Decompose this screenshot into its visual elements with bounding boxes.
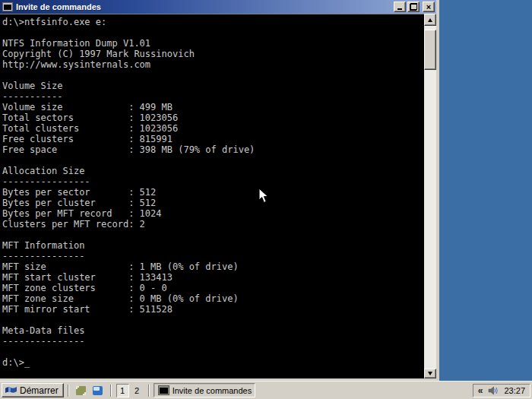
display-icon[interactable]	[92, 385, 104, 396]
taskbar-separator	[110, 385, 112, 397]
taskbar-separator	[148, 385, 150, 397]
console-body: d:\>ntfsinfo.exe e: NTFS Information Dum…	[0, 14, 436, 378]
task-button-label: Invite de commandes	[173, 386, 252, 395]
window-controls: ×	[394, 2, 435, 12]
console-window-icon	[2, 2, 13, 11]
restore-icon	[410, 4, 417, 10]
speaker-icon[interactable]	[488, 386, 499, 395]
console-task-icon	[158, 385, 169, 395]
start-button-label: Démarrer	[20, 385, 59, 396]
start-button[interactable]: Démarrer	[2, 383, 64, 397]
scroll-down-button[interactable]	[424, 369, 436, 378]
console-scrollbar[interactable]	[424, 14, 436, 378]
window-title: Invite de commandes	[16, 2, 394, 11]
restore-button[interactable]	[407, 2, 420, 12]
workspace-1-button[interactable]: 1	[116, 384, 129, 397]
tray-collapse-chevron[interactable]: «	[478, 385, 483, 396]
console-window: Invite de commandes × d:\>ntfsinfo.exe e…	[0, 0, 439, 381]
system-tray: « 23:27	[473, 384, 530, 397]
scroll-up-button[interactable]	[424, 14, 436, 26]
workspace-2-button[interactable]: 2	[131, 384, 144, 397]
minimize-button[interactable]	[394, 2, 406, 12]
windows-flag-icon	[5, 385, 17, 395]
scrollbar-track[interactable]	[424, 26, 436, 369]
arrow-down-icon	[428, 372, 432, 375]
close-icon: ×	[423, 2, 434, 11]
taskbar: Démarrer 1 2 Invite de commandes «	[0, 381, 532, 399]
show-desktop-icon[interactable]	[75, 385, 87, 396]
scrollbar-thumb[interactable]	[424, 30, 436, 70]
taskbar-console-task[interactable]: Invite de commandes	[154, 383, 255, 397]
taskbar-clock: 23:27	[504, 386, 525, 395]
console-output[interactable]: d:\>ntfsinfo.exe e: NTFS Information Dum…	[0, 14, 424, 378]
close-button[interactable]: ×	[423, 2, 435, 12]
taskbar-separator	[68, 385, 69, 397]
minimize-icon	[397, 8, 402, 10]
arrow-up-icon	[428, 18, 432, 22]
window-titlebar[interactable]: Invite de commandes ×	[0, 0, 436, 14]
